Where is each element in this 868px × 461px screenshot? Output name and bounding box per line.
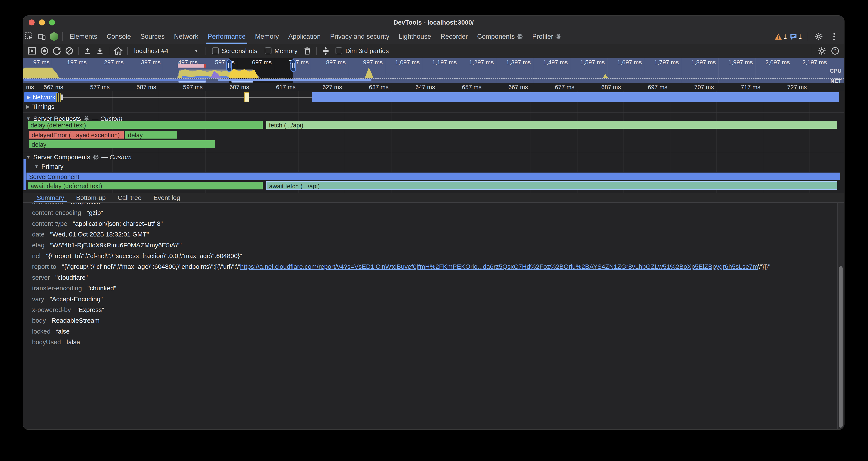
property-value: ReadableStream xyxy=(52,317,99,324)
track-header-network[interactable]: ▶Network xyxy=(24,92,58,102)
node-connection-button[interactable] xyxy=(48,31,60,42)
tab-label: Recorder xyxy=(441,33,468,40)
tab-privacy-and-security[interactable]: Privacy and security xyxy=(326,29,394,44)
scrollbar-thumb[interactable] xyxy=(839,266,843,428)
flame-event[interactable]: delay (deferred text) xyxy=(28,121,263,129)
property-value: "{\"report_to\":\"cf-nel\",\"success_fra… xyxy=(46,252,242,259)
ruler-tick-label: 647 ms xyxy=(415,84,438,91)
dim-3rd-parties-checkbox[interactable]: Dim 3rd parties xyxy=(336,47,389,55)
track-header-timings[interactable]: ▶Timings xyxy=(26,103,55,110)
tab-components[interactable]: Components xyxy=(472,29,528,44)
property-value: "application/json; charset=utf-8" xyxy=(73,220,163,227)
tab-console[interactable]: Console xyxy=(102,29,135,44)
ruler-tick-label: 637 ms xyxy=(369,84,391,91)
property-row: bodyUsedfalse xyxy=(32,338,80,346)
screenshots-checkbox[interactable]: Screenshots xyxy=(212,47,257,55)
overview-left-handle[interactable] xyxy=(226,59,232,72)
timeline-overview[interactable]: 97 ms197 ms297 ms397 ms497 ms597 ms697 m… xyxy=(23,58,844,83)
tab-lighthouse[interactable]: Lighthouse xyxy=(394,29,436,44)
network-request-whisker xyxy=(62,97,312,97)
history-select[interactable]: localhost #4 ▼ xyxy=(131,47,202,55)
device-toolbar-button[interactable] xyxy=(35,31,48,42)
tab-profiler[interactable]: Profiler xyxy=(528,29,566,44)
flame-event[interactable]: delayedError (...ayed exception) xyxy=(29,131,124,139)
issues-badge[interactable]: 1 xyxy=(790,33,802,40)
ruler-tick-label: 627 ms xyxy=(322,84,345,91)
tab-call-tree[interactable]: Call tree xyxy=(113,193,147,202)
more-options-button[interactable] xyxy=(828,31,840,42)
ruler-tick-label: 567 ms xyxy=(43,84,66,91)
network-request-bar[interactable] xyxy=(312,92,839,102)
property-row: vary"Accept-Encoding" xyxy=(32,295,103,304)
track-title: Network xyxy=(33,94,55,101)
flame-event[interactable]: await fetch (.../api) xyxy=(266,181,837,190)
details-tabbar: SummaryBottom-upCall treeEvent log xyxy=(23,193,844,203)
home-icon xyxy=(114,47,123,55)
overview-tick-label: 897 ms xyxy=(326,59,348,66)
checkbox-box xyxy=(336,48,342,54)
tab-label: Console xyxy=(106,33,131,40)
settings-button[interactable] xyxy=(812,31,825,42)
capture-settings-button[interactable] xyxy=(816,45,828,56)
property-key: date xyxy=(32,231,44,238)
tab-event-log[interactable]: Event log xyxy=(148,193,185,202)
net-lane-label: NET xyxy=(830,78,841,83)
node-icon xyxy=(50,32,58,41)
property-row: report-to"{\"group\":\"cf-nel\",\"max_ag… xyxy=(32,262,770,271)
network-request-selected[interactable] xyxy=(244,92,249,102)
svg-text:?: ? xyxy=(834,48,836,54)
sidebar-panel-icon xyxy=(28,47,36,55)
triangle-right-icon: ▶ xyxy=(26,104,30,110)
tab-bottom-up[interactable]: Bottom-up xyxy=(71,193,111,202)
tab-summary[interactable]: Summary xyxy=(32,193,69,202)
flame-event[interactable]: ServerComponent xyxy=(26,172,841,181)
save-profile-button[interactable] xyxy=(94,45,105,56)
clear-button[interactable] xyxy=(64,45,75,56)
checkbox-label: Dim 3rd parties xyxy=(345,47,389,55)
toggle-sidebar-button[interactable] xyxy=(27,45,38,56)
record-and-reload-button[interactable] xyxy=(51,45,62,56)
memory-checkbox[interactable]: Memory xyxy=(265,47,298,55)
flame-event[interactable]: fetch (.../api) xyxy=(266,121,837,129)
tab-recorder[interactable]: Recorder xyxy=(436,29,473,44)
property-key: nel xyxy=(32,252,40,259)
ruler-tick-label: 727 ms xyxy=(787,84,809,91)
flame-event[interactable]: delay xyxy=(29,140,216,148)
cpu-activity-shape xyxy=(23,67,59,78)
overview-gridline xyxy=(681,58,681,83)
record-button[interactable] xyxy=(39,45,50,56)
tab-performance[interactable]: Performance xyxy=(203,29,250,44)
collect-garbage-button[interactable] xyxy=(302,45,313,56)
home-button[interactable] xyxy=(113,45,124,56)
tab-memory[interactable]: Memory xyxy=(250,29,284,44)
track-header-server-components[interactable]: ▼Server Components— Custom xyxy=(26,153,131,161)
react-atom-icon xyxy=(555,34,561,39)
tab-elements[interactable]: Elements xyxy=(65,29,102,44)
scrollbar-track[interactable] xyxy=(837,203,844,429)
property-value: "keep-alive" xyxy=(68,203,102,205)
tab-sources[interactable]: Sources xyxy=(135,29,169,44)
property-row: transfer-encoding"chunked" xyxy=(32,284,116,292)
tab-application[interactable]: Application xyxy=(284,29,326,44)
help-button[interactable]: ? xyxy=(830,45,841,56)
history-selected-value: localhost #4 xyxy=(134,47,168,55)
property-row: bodyReadableStream xyxy=(32,316,99,325)
overview-gridline xyxy=(792,58,793,83)
track-header-primary[interactable]: ▼Primary xyxy=(34,163,63,170)
warnings-badge[interactable]: 1 xyxy=(774,33,787,40)
summary-pane: connection"keep-alive"content-encoding"g… xyxy=(23,203,844,429)
issues-count: 1 xyxy=(798,33,802,40)
tab-network[interactable]: Network xyxy=(169,29,203,44)
overview-tick-label: 2,097 ms xyxy=(765,59,792,66)
load-profile-button[interactable] xyxy=(82,45,93,56)
flame-event[interactable]: delay xyxy=(125,131,178,139)
property-row: lockedfalse xyxy=(32,327,70,336)
inspect-element-button[interactable] xyxy=(23,31,35,42)
overview-tick-label: 297 ms xyxy=(104,59,126,66)
tabbar-right: 1 1 xyxy=(774,31,844,42)
overview-right-handle[interactable] xyxy=(290,59,296,72)
flame-event[interactable]: await delay (deferred text) xyxy=(28,181,263,190)
property-row: content-type"application/json; charset=u… xyxy=(32,220,163,228)
report-url-link[interactable]: https://a.nel.cloudflare.com/report/v4?s… xyxy=(240,263,758,270)
shortcuts-dialog-button[interactable] xyxy=(320,45,331,56)
